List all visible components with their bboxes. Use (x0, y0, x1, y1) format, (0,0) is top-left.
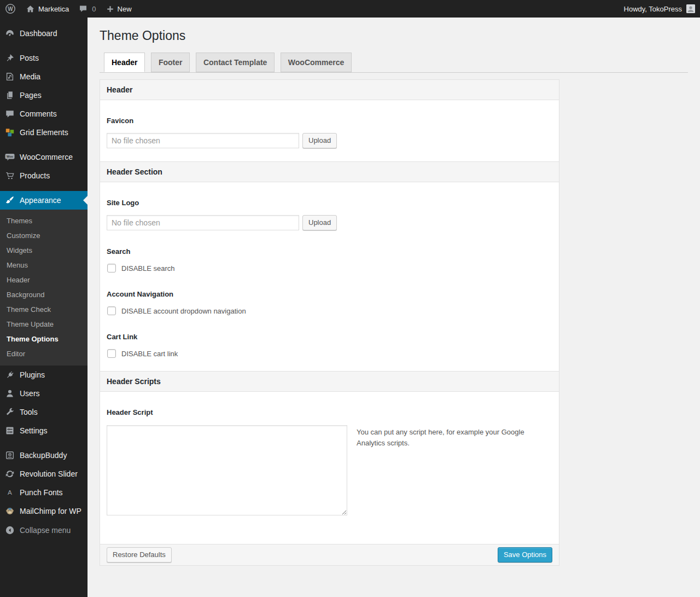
sidebar-item-appearance[interactable]: Appearance (0, 191, 88, 210)
howdy-account-link[interactable]: Howdy, TokoPress (624, 5, 682, 13)
sidebar-item-label: Punch Fonts (20, 488, 63, 497)
pages-icon (0, 90, 20, 100)
sidebar-item-menus[interactable]: Menus (0, 258, 88, 273)
sidebar-item-label: Dashboard (20, 29, 57, 38)
header-script-label: Header Script (107, 408, 552, 416)
sidebar-item-editor[interactable]: Editor (0, 346, 88, 361)
page-title: Theme Options (100, 28, 688, 44)
cart-link-label: Cart Link (107, 333, 552, 341)
sidebar-item-label: Pages (20, 91, 42, 100)
sidebar-item-woocommerce[interactable]: Woo WooCommerce (0, 148, 88, 166)
sidebar-item-header[interactable]: Header (0, 273, 88, 287)
sidebar-item-theme-update[interactable]: Theme Update (0, 317, 88, 332)
sidebar-item-label: Grid Elements (20, 128, 68, 137)
section-header-section-heading: Header Section (100, 161, 559, 182)
admin-menu: Dashboard Posts Media Pages Comments (0, 18, 88, 597)
sidebar-item-grid-elements[interactable]: Grid Elements (0, 123, 88, 142)
sidebar-item-widgets[interactable]: Widgets (0, 243, 88, 258)
site-name-link[interactable]: Marketica (21, 0, 74, 18)
sidebar-item-themes[interactable]: Themes (0, 213, 88, 228)
header-script-textarea[interactable] (107, 425, 347, 515)
favicon-label: Favicon (107, 117, 552, 125)
sidebar-item-revolution-slider[interactable]: Revolution Slider (0, 465, 88, 483)
section-header-section-body: Site Logo Upload Search DISABLE search A… (100, 182, 559, 371)
sidebar-item-pages[interactable]: Pages (0, 86, 88, 105)
account-navigation-label: Account Navigation (107, 290, 552, 298)
sidebar-item-punch-fonts[interactable]: A Punch Fonts (0, 483, 88, 502)
menu-separator (0, 440, 88, 446)
sidebar-item-comments[interactable]: Comments (0, 105, 88, 123)
save-options-button[interactable]: Save Options (498, 547, 552, 563)
sidebar-item-settings[interactable]: Settings (0, 421, 88, 440)
tab-footer[interactable]: Footer (151, 53, 190, 72)
theme-options-panel: Header Favicon Upload Header Section Sit… (100, 79, 559, 566)
svg-text:Woo: Woo (7, 155, 14, 158)
sidebar-item-dashboard[interactable]: Dashboard (0, 24, 88, 43)
main-content: Theme Options Header Footer Contact Temp… (88, 18, 700, 597)
sidebar-item-label: Appearance (20, 196, 61, 205)
wrench-icon (0, 407, 20, 417)
section-header-scripts-body: Header Script You can put any script her… (100, 392, 559, 544)
refresh-icon (0, 469, 20, 479)
disable-account-nav-checkbox[interactable] (107, 306, 116, 315)
sidebar-item-users[interactable]: Users (0, 384, 88, 403)
menu-separator (0, 142, 88, 148)
woo-badge-icon: Woo (0, 152, 20, 163)
site-logo-label: Site Logo (107, 199, 552, 207)
restore-defaults-button[interactable]: Restore Defaults (107, 547, 172, 563)
sidebar-item-label: Users (20, 389, 40, 398)
new-content-menu[interactable]: New (101, 0, 137, 18)
sidebar-item-backupbuddy[interactable]: BackupBuddy (0, 446, 88, 465)
wordpress-logo-menu[interactable]: W (0, 0, 21, 18)
sidebar-item-label: Tools (20, 408, 38, 416)
sidebar-item-label: MailChimp for WP (20, 507, 81, 515)
sidebar-item-label: Revolution Slider (20, 470, 78, 478)
admin-bar-left: W Marketica 0 New (0, 0, 137, 18)
sliders-icon (0, 426, 20, 436)
sidebar-item-posts[interactable]: Posts (0, 49, 88, 67)
comment-count: 0 (92, 5, 96, 13)
section-header-scripts-heading: Header Scripts (100, 371, 559, 392)
sidebar-item-mailchimp[interactable]: MailChimp for WP (0, 502, 88, 520)
disable-search-checkbox-label[interactable]: DISABLE search (121, 264, 175, 273)
theme-options-tabs: Header Footer Contact Template WooCommer… (100, 53, 688, 73)
monkey-icon (0, 506, 20, 516)
favicon-upload-button[interactable]: Upload (302, 133, 337, 148)
home-icon (26, 4, 35, 14)
wordpress-logo-icon: W (5, 3, 16, 14)
letter-a-icon: A (0, 488, 20, 497)
sidebar-item-theme-options[interactable]: Theme Options (0, 332, 88, 346)
section-header-heading: Header (100, 80, 559, 100)
avatar[interactable] (686, 4, 695, 13)
sidebar-item-theme-check[interactable]: Theme Check (0, 302, 88, 317)
site-logo-file-input[interactable] (107, 215, 299, 230)
plug-icon (0, 370, 20, 380)
sidebar-item-label: Products (20, 171, 50, 180)
dashboard-icon (0, 28, 20, 38)
tab-contact-template[interactable]: Contact Template (196, 53, 275, 72)
site-logo-upload-button[interactable]: Upload (302, 215, 337, 230)
tab-woocommerce[interactable]: WooCommerce (281, 53, 352, 72)
sidebar-item-label: Settings (20, 426, 48, 435)
collapse-menu-button[interactable]: Collapse menu (0, 521, 88, 540)
panel-footer: Restore Defaults Save Options (100, 544, 559, 565)
sidebar-item-plugins[interactable]: Plugins (0, 366, 88, 384)
sidebar-item-customize[interactable]: Customize (0, 228, 88, 243)
sidebar-item-background[interactable]: Background (0, 287, 88, 302)
appearance-submenu: Themes Customize Widgets Menus Header Ba… (0, 210, 88, 366)
sidebar-item-tools[interactable]: Tools (0, 403, 88, 421)
user-icon (0, 389, 20, 398)
disable-cart-link-checkbox[interactable] (107, 349, 116, 358)
favicon-file-input[interactable] (107, 133, 299, 148)
disable-cart-link-checkbox-label[interactable]: DISABLE cart link (121, 350, 178, 358)
sidebar-item-products[interactable]: Products (0, 166, 88, 185)
backup-icon (0, 450, 20, 460)
sidebar-item-media[interactable]: Media (0, 67, 88, 86)
disable-search-checkbox[interactable] (107, 264, 116, 273)
tab-header[interactable]: Header (104, 53, 145, 72)
header-script-help-text: You can put any script here, for example… (357, 425, 526, 449)
svg-text:W: W (8, 6, 13, 12)
media-icon (0, 72, 20, 82)
disable-account-nav-checkbox-label[interactable]: DISABLE account dropdown navigation (121, 307, 246, 315)
comments-indicator[interactable]: 0 (74, 0, 101, 18)
